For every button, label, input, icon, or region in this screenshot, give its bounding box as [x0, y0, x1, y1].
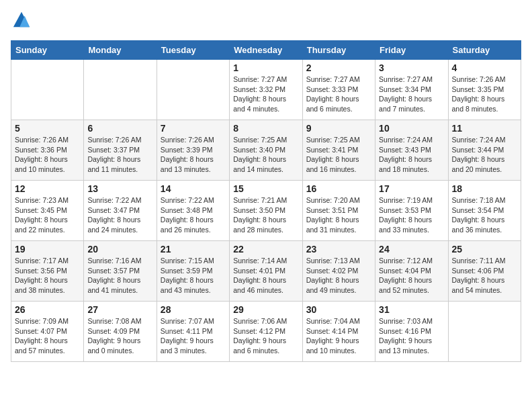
day-number: 16 — [306, 183, 371, 194]
calendar-cell: 16Sunrise: 7:20 AM Sunset: 3:51 PM Dayli… — [302, 181, 375, 241]
day-info: Sunrise: 7:27 AM Sunset: 3:33 PM Dayligh… — [306, 75, 371, 114]
day-number: 31 — [379, 304, 444, 315]
day-number: 13 — [87, 183, 152, 194]
day-info: Sunrise: 7:20 AM Sunset: 3:51 PM Dayligh… — [306, 195, 371, 235]
day-number: 24 — [379, 244, 444, 255]
calendar-cell: 19Sunrise: 7:17 AM Sunset: 3:56 PM Dayli… — [11, 241, 84, 302]
day-info: Sunrise: 7:04 AM Sunset: 4:14 PM Dayligh… — [306, 316, 371, 356]
day-number: 17 — [379, 183, 444, 194]
calendar-cell: 7Sunrise: 7:26 AM Sunset: 3:39 PM Daylig… — [157, 120, 229, 181]
day-info: Sunrise: 7:24 AM Sunset: 3:44 PM Dayligh… — [452, 135, 517, 175]
calendar-cell — [157, 60, 229, 120]
day-number: 9 — [306, 123, 371, 134]
calendar-cell: 28Sunrise: 7:07 AM Sunset: 4:11 PM Dayli… — [157, 302, 229, 362]
day-info: Sunrise: 7:15 AM Sunset: 3:59 PM Dayligh… — [161, 256, 226, 295]
day-info: Sunrise: 7:23 AM Sunset: 3:45 PM Dayligh… — [15, 195, 80, 235]
calendar-cell: 14Sunrise: 7:22 AM Sunset: 3:48 PM Dayli… — [157, 181, 229, 241]
calendar-cell — [448, 302, 521, 362]
day-info: Sunrise: 7:06 AM Sunset: 4:12 PM Dayligh… — [233, 316, 298, 356]
calendar-cell: 17Sunrise: 7:19 AM Sunset: 3:53 PM Dayli… — [375, 181, 448, 241]
day-info: Sunrise: 7:12 AM Sunset: 4:04 PM Dayligh… — [379, 256, 444, 295]
day-number: 29 — [233, 304, 298, 315]
day-info: Sunrise: 7:09 AM Sunset: 4:07 PM Dayligh… — [15, 316, 80, 356]
calendar-cell: 15Sunrise: 7:21 AM Sunset: 3:50 PM Dayli… — [230, 181, 302, 241]
day-number: 18 — [452, 183, 517, 194]
day-number: 6 — [87, 123, 152, 134]
day-number: 15 — [233, 183, 298, 194]
day-number: 12 — [15, 183, 80, 194]
day-number: 25 — [452, 244, 517, 255]
day-info: Sunrise: 7:24 AM Sunset: 3:43 PM Dayligh… — [379, 135, 444, 175]
day-info: Sunrise: 7:11 AM Sunset: 4:06 PM Dayligh… — [452, 256, 517, 295]
day-of-week-header: Saturday — [448, 41, 521, 60]
day-number: 1 — [233, 62, 298, 73]
day-number: 4 — [452, 62, 517, 73]
day-info: Sunrise: 7:21 AM Sunset: 3:50 PM Dayligh… — [233, 195, 298, 235]
calendar-cell: 23Sunrise: 7:13 AM Sunset: 4:02 PM Dayli… — [302, 241, 375, 302]
calendar-cell: 3Sunrise: 7:27 AM Sunset: 3:34 PM Daylig… — [375, 60, 448, 120]
calendar-cell — [11, 60, 84, 120]
calendar-week-row: 1Sunrise: 7:27 AM Sunset: 3:32 PM Daylig… — [11, 60, 521, 120]
calendar-cell: 30Sunrise: 7:04 AM Sunset: 4:14 PM Dayli… — [302, 302, 375, 362]
day-number: 30 — [306, 304, 371, 315]
calendar-cell: 1Sunrise: 7:27 AM Sunset: 3:32 PM Daylig… — [230, 60, 302, 120]
day-of-week-header: Monday — [84, 41, 157, 60]
day-number: 7 — [161, 123, 226, 134]
day-number: 10 — [379, 123, 444, 134]
day-info: Sunrise: 7:25 AM Sunset: 3:41 PM Dayligh… — [306, 135, 371, 175]
day-info: Sunrise: 7:08 AM Sunset: 4:09 PM Dayligh… — [87, 316, 152, 356]
calendar-cell: 9Sunrise: 7:25 AM Sunset: 3:41 PM Daylig… — [302, 120, 375, 181]
calendar-week-row: 19Sunrise: 7:17 AM Sunset: 3:56 PM Dayli… — [11, 241, 521, 302]
calendar-week-row: 5Sunrise: 7:26 AM Sunset: 3:36 PM Daylig… — [11, 120, 521, 181]
calendar-cell: 8Sunrise: 7:25 AM Sunset: 3:40 PM Daylig… — [230, 120, 302, 181]
day-info: Sunrise: 7:26 AM Sunset: 3:36 PM Dayligh… — [15, 135, 80, 175]
day-number: 20 — [87, 244, 152, 255]
day-info: Sunrise: 7:16 AM Sunset: 3:57 PM Dayligh… — [87, 256, 152, 295]
day-info: Sunrise: 7:26 AM Sunset: 3:39 PM Dayligh… — [161, 135, 226, 175]
day-info: Sunrise: 7:18 AM Sunset: 3:54 PM Dayligh… — [452, 195, 517, 235]
calendar-header-row: SundayMondayTuesdayWednesdayThursdayFrid… — [11, 41, 521, 60]
day-of-week-header: Wednesday — [230, 41, 302, 60]
day-number: 27 — [87, 304, 152, 315]
day-info: Sunrise: 7:25 AM Sunset: 3:40 PM Dayligh… — [233, 135, 298, 175]
calendar-cell: 4Sunrise: 7:26 AM Sunset: 3:35 PM Daylig… — [448, 60, 521, 120]
day-number: 3 — [379, 62, 444, 73]
day-info: Sunrise: 7:26 AM Sunset: 3:35 PM Dayligh… — [452, 75, 517, 114]
logo — [11, 11, 31, 32]
day-number: 11 — [452, 123, 517, 134]
day-number: 8 — [233, 123, 298, 134]
page-header — [11, 11, 521, 32]
day-number: 19 — [15, 244, 80, 255]
day-number: 26 — [15, 304, 80, 315]
day-number: 2 — [306, 62, 371, 73]
day-number: 22 — [233, 244, 298, 255]
calendar-cell: 22Sunrise: 7:14 AM Sunset: 4:01 PM Dayli… — [230, 241, 302, 302]
calendar-cell — [84, 60, 157, 120]
calendar-cell: 2Sunrise: 7:27 AM Sunset: 3:33 PM Daylig… — [302, 60, 375, 120]
day-info: Sunrise: 7:27 AM Sunset: 3:32 PM Dayligh… — [233, 75, 298, 114]
day-of-week-header: Friday — [375, 41, 448, 60]
day-info: Sunrise: 7:03 AM Sunset: 4:16 PM Dayligh… — [379, 316, 444, 356]
day-info: Sunrise: 7:17 AM Sunset: 3:56 PM Dayligh… — [15, 256, 80, 295]
day-info: Sunrise: 7:22 AM Sunset: 3:48 PM Dayligh… — [161, 195, 226, 235]
calendar-table: SundayMondayTuesdayWednesdayThursdayFrid… — [11, 40, 521, 362]
day-info: Sunrise: 7:26 AM Sunset: 3:37 PM Dayligh… — [87, 135, 152, 175]
day-of-week-header: Thursday — [302, 41, 375, 60]
day-number: 28 — [161, 304, 226, 315]
calendar-cell: 13Sunrise: 7:22 AM Sunset: 3:47 PM Dayli… — [84, 181, 157, 241]
calendar-cell: 29Sunrise: 7:06 AM Sunset: 4:12 PM Dayli… — [230, 302, 302, 362]
day-number: 5 — [15, 123, 80, 134]
calendar-cell: 26Sunrise: 7:09 AM Sunset: 4:07 PM Dayli… — [11, 302, 84, 362]
day-info: Sunrise: 7:13 AM Sunset: 4:02 PM Dayligh… — [306, 256, 371, 295]
day-number: 23 — [306, 244, 371, 255]
calendar-cell: 10Sunrise: 7:24 AM Sunset: 3:43 PM Dayli… — [375, 120, 448, 181]
day-of-week-header: Tuesday — [157, 41, 229, 60]
calendar-cell: 21Sunrise: 7:15 AM Sunset: 3:59 PM Dayli… — [157, 241, 229, 302]
calendar-cell: 18Sunrise: 7:18 AM Sunset: 3:54 PM Dayli… — [448, 181, 521, 241]
calendar-cell: 11Sunrise: 7:24 AM Sunset: 3:44 PM Dayli… — [448, 120, 521, 181]
calendar-cell: 12Sunrise: 7:23 AM Sunset: 3:45 PM Dayli… — [11, 181, 84, 241]
calendar-cell: 5Sunrise: 7:26 AM Sunset: 3:36 PM Daylig… — [11, 120, 84, 181]
calendar-cell: 25Sunrise: 7:11 AM Sunset: 4:06 PM Dayli… — [448, 241, 521, 302]
day-info: Sunrise: 7:19 AM Sunset: 3:53 PM Dayligh… — [379, 195, 444, 235]
calendar-cell: 6Sunrise: 7:26 AM Sunset: 3:37 PM Daylig… — [84, 120, 157, 181]
